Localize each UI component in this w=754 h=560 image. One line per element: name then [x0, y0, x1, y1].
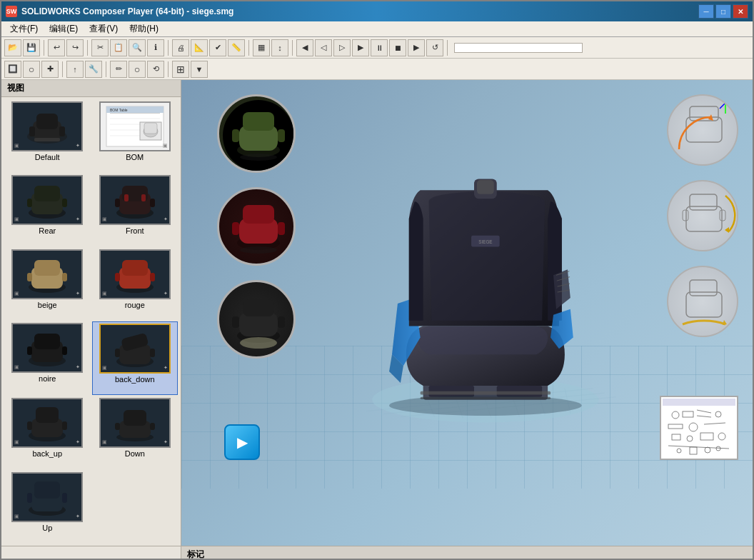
tb-redo[interactable]: ↪ — [66, 39, 84, 56]
view-label-beige: beige — [38, 301, 57, 309]
minimize-button[interactable]: ─ — [698, 4, 714, 19]
tb2-extra1[interactable]: ⊞ — [172, 61, 189, 78]
tb-check[interactable]: ✔ — [209, 39, 226, 56]
view-label-rouge: rouge — [125, 301, 145, 309]
markers-area: 标记 — [181, 546, 753, 560]
view-label-rear: Rear — [39, 226, 56, 235]
tb-pause[interactable]: ⏸ — [371, 39, 388, 56]
oval-view-top[interactable] — [217, 94, 296, 173]
oval-rotation-middle[interactable] — [667, 180, 738, 251]
menu-view[interactable]: 查看(V) — [84, 21, 124, 36]
view-label-down: Down — [125, 449, 145, 458]
view-thumb-rear: ✦ ▣ — [11, 175, 83, 225]
oval-view-middle[interactable] — [217, 187, 296, 266]
view-item-noire[interactable]: ✦ ▣ noire — [4, 321, 91, 395]
bom-thumb-svg — [661, 397, 737, 459]
tb-prev[interactable]: ◀ — [296, 39, 313, 56]
view-item-back-up[interactable]: ✦ ▣ back_up — [4, 396, 91, 469]
seat-icon-down — [106, 403, 164, 443]
svg-rect-117 — [683, 210, 688, 221]
view-thumb-back-down: ✦ ▣ — [99, 324, 171, 374]
tb2-add[interactable]: ✚ — [41, 61, 59, 78]
bom-icon: BOM Table — [103, 104, 167, 149]
play-button[interactable]: ▶ — [224, 424, 260, 460]
tb-measure[interactable]: 📏 — [228, 39, 245, 56]
tb2-up[interactable]: ↑ — [66, 61, 84, 78]
tb-print[interactable]: 🖨 — [172, 39, 189, 56]
menu-file[interactable]: 文件(F) — [4, 21, 44, 36]
view-label-up: Up — [42, 524, 52, 532]
view-item-default[interactable]: ✦ ▣ Default — [4, 100, 91, 172]
viewport[interactable]: SIEGE — [181, 80, 753, 546]
tb-properties[interactable]: 📐 — [191, 39, 208, 56]
tb-next[interactable]: ▶ — [408, 39, 425, 56]
svg-rect-55 — [62, 421, 67, 430]
oval-seat-2 — [219, 189, 296, 266]
sep1 — [44, 40, 44, 56]
view-item-back-down[interactable]: ✦ ▣ back_down — [92, 321, 179, 395]
sep6 — [447, 40, 448, 56]
tb-explode[interactable]: ↕ — [271, 39, 288, 56]
bom-thumbnail[interactable] — [660, 396, 738, 460]
view-item-down[interactable]: ✦ ▣ Down — [92, 396, 179, 469]
view-item-bom[interactable]: BOM Table ▣ BOM — [92, 100, 179, 172]
view-item-front[interactable]: ✦ ▣ Front — [92, 174, 179, 246]
svg-rect-18 — [144, 123, 157, 134]
seat-icon-up — [19, 477, 76, 517]
tb-grid[interactable]: ▦ — [253, 39, 270, 56]
progress-bar[interactable] — [454, 43, 583, 53]
svg-rect-81 — [243, 299, 274, 316]
view-item-up[interactable]: ✦ ▣ Up — [4, 471, 91, 543]
tb2-select[interactable]: 🔲 — [4, 61, 21, 78]
app-icon: SW — [6, 6, 17, 17]
main-seat-view: SIEGE — [310, 101, 638, 489]
oval-rotation-bottom[interactable] — [667, 266, 738, 337]
tb-copy[interactable]: 📋 — [110, 39, 127, 56]
rotation-icon-3 — [668, 267, 738, 337]
tb-play[interactable]: ▶ — [352, 39, 369, 56]
tb-step-prev[interactable]: ◁ — [315, 39, 332, 56]
view-item-rear[interactable]: ✦ ▣ Rear — [4, 174, 91, 246]
svg-rect-29 — [124, 194, 129, 201]
svg-rect-69 — [243, 112, 274, 131]
tb2-ellipse[interactable]: ○ — [129, 61, 146, 78]
tb2-pen[interactable]: ✏ — [110, 61, 127, 78]
svg-rect-64 — [27, 493, 32, 503]
oval-view-bottom[interactable] — [217, 280, 296, 359]
svg-rect-121 — [690, 280, 717, 296]
tb-stop[interactable]: ⏹ — [389, 39, 406, 56]
svg-rect-27 — [115, 199, 120, 207]
tb-step-next[interactable]: ▷ — [333, 39, 351, 56]
axis-indicator — [710, 87, 745, 123]
svg-text:BOM Table: BOM Table — [110, 108, 128, 112]
tb-open[interactable]: 📂 — [4, 39, 21, 56]
menu-help[interactable]: 帮助(H) — [124, 21, 164, 36]
views-header: 视图 — [1, 80, 181, 97]
tb2-tool[interactable]: 🔧 — [85, 61, 102, 78]
tb-info[interactable]: ℹ — [147, 39, 164, 56]
svg-rect-83 — [278, 316, 285, 328]
menu-edit[interactable]: 编辑(E) — [44, 21, 84, 36]
view-item-rouge[interactable]: ✦ ▣ rouge — [92, 248, 179, 320]
maximize-button[interactable]: □ — [715, 4, 731, 19]
svg-rect-3 — [29, 126, 35, 136]
view-item-beige[interactable]: ✦ ▣ beige — [4, 248, 91, 320]
close-button[interactable]: ✕ — [733, 4, 748, 19]
tb-loop[interactable]: ↺ — [426, 39, 443, 56]
tb-find[interactable]: 🔍 — [129, 39, 146, 56]
view-thumb-default: ✦ ▣ — [11, 101, 83, 151]
svg-rect-63 — [34, 481, 60, 499]
tb-cut[interactable]: ✂ — [91, 39, 109, 56]
view-thumb-back-up: ✦ ▣ — [11, 398, 83, 448]
tb2-circle[interactable]: ○ — [23, 61, 40, 78]
svg-text:SIEGE: SIEGE — [478, 239, 492, 244]
tb-undo[interactable]: ↩ — [48, 39, 65, 56]
oval-seat-3 — [219, 282, 296, 359]
tb-save[interactable]: 💾 — [23, 39, 40, 56]
svg-rect-54 — [27, 421, 32, 430]
view-thumb-front: ✦ ▣ — [99, 175, 171, 225]
svg-rect-43 — [34, 334, 60, 349]
tb2-rotate[interactable]: ⟲ — [147, 61, 164, 78]
tb2-extra2[interactable]: ▼ — [191, 61, 208, 78]
view-label-noire: noire — [39, 374, 56, 383]
